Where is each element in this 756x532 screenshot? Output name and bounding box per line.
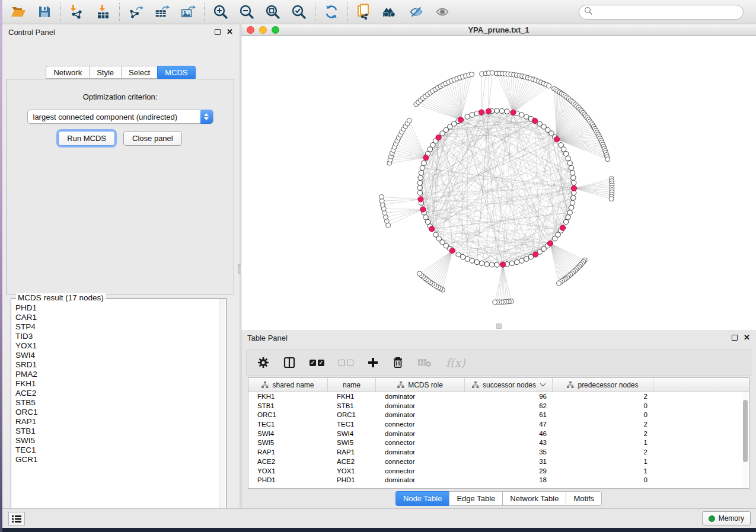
ring-node[interactable] [572, 180, 576, 185]
close-panel-button[interactable]: Close panel [123, 131, 182, 146]
ring-node[interactable] [514, 259, 519, 264]
table-cell[interactable]: connector [376, 467, 465, 476]
table-cell[interactable]: 2 [553, 392, 653, 402]
leaf-node[interactable] [470, 72, 474, 77]
leaf-node[interactable] [379, 194, 384, 199]
mcds-node[interactable] [533, 252, 538, 257]
result-node-item[interactable]: ORC1 [12, 408, 219, 417]
table-cell[interactable]: RAP1 [248, 448, 328, 457]
ring-node[interactable] [567, 161, 572, 165]
network-from-selection-icon[interactable] [356, 4, 372, 20]
save-session-icon[interactable] [37, 4, 52, 20]
ring-node[interactable] [489, 262, 494, 267]
table-cell[interactable]: PHD1 [248, 476, 328, 485]
column-header-shared-name[interactable]: shared name [248, 378, 328, 392]
table-cell[interactable]: YOX1 [328, 467, 376, 476]
result-node-item[interactable]: ACE2 [12, 389, 219, 398]
float-table-panel-icon[interactable] [732, 335, 738, 341]
table-scrollbar-thumb[interactable] [743, 400, 748, 462]
table-cell[interactable]: 62 [465, 402, 553, 411]
table-cell[interactable]: dominator [376, 476, 465, 485]
mcds-node[interactable] [511, 110, 516, 115]
column-header-name[interactable]: name [328, 378, 376, 392]
table-row[interactable]: TEC1TEC1connector472 [248, 420, 749, 430]
ring-node[interactable] [553, 236, 557, 241]
ring-node[interactable] [570, 170, 575, 175]
table-cell[interactable]: FKH1 [248, 392, 328, 402]
table-cell[interactable]: SWI4 [328, 430, 376, 439]
table-cell[interactable]: 2 [553, 420, 653, 430]
show-all-icon[interactable] [435, 4, 450, 20]
result-node-item[interactable]: STB5 [12, 398, 219, 408]
leaf-node[interactable] [493, 300, 497, 305]
mcds-node[interactable] [479, 110, 484, 115]
result-node-item[interactable]: GCR1 [12, 455, 219, 464]
result-node-item[interactable]: YOX1 [12, 341, 219, 351]
ring-node[interactable] [425, 219, 430, 224]
optimization-criterion-select[interactable]: largest connected component (undirected) [27, 110, 213, 124]
import-table-icon[interactable] [95, 4, 111, 20]
mcds-node[interactable] [429, 226, 435, 232]
result-node-item[interactable]: PHD1 [12, 303, 219, 313]
ring-node[interactable] [569, 165, 573, 170]
open-file-icon[interactable] [11, 4, 26, 20]
ring-node[interactable] [566, 156, 570, 161]
show-columns-icon[interactable] [283, 355, 295, 370]
table-settings-gear-icon[interactable] [257, 355, 269, 370]
result-node-item[interactable]: FKH1 [12, 379, 219, 389]
result-node-item[interactable]: PMA2 [12, 370, 219, 379]
ring-node[interactable] [524, 114, 529, 119]
mcds-node[interactable] [532, 118, 537, 123]
ring-node[interactable] [419, 170, 423, 175]
ring-node[interactable] [505, 109, 509, 114]
refresh-icon[interactable] [324, 4, 339, 20]
table-cell[interactable]: SWI4 [248, 430, 328, 439]
table-cell[interactable]: TEC1 [328, 420, 376, 430]
ring-node[interactable] [509, 261, 514, 265]
mcds-node[interactable] [436, 134, 441, 140]
table-scrollbar[interactable] [742, 393, 748, 488]
run-mcds-button[interactable]: Run MCDS [58, 131, 115, 146]
leaf-node[interactable] [609, 197, 614, 201]
table-cell[interactable]: 35 [465, 448, 553, 457]
ring-node[interactable] [422, 161, 426, 165]
export-network-icon[interactable] [128, 4, 143, 20]
tab-network-table[interactable]: Network Table [502, 491, 566, 506]
result-node-item[interactable]: TID3 [12, 332, 219, 341]
tab-motifs[interactable]: Motifs [566, 491, 602, 506]
table-cell[interactable]: PHD1 [328, 476, 376, 485]
mcds-node[interactable] [500, 262, 505, 267]
ring-node[interactable] [474, 259, 479, 264]
table-row[interactable]: PHD1PHD1dominator180 [248, 476, 749, 485]
column-header-MCDS-role[interactable]: MCDS role [376, 378, 465, 392]
table-cell[interactable]: SWI5 [328, 438, 376, 448]
table-cell[interactable]: 1 [553, 457, 653, 467]
table-cell[interactable]: 61 [465, 411, 553, 420]
table-row[interactable]: ORC1ORC1dominator610 [248, 411, 749, 420]
table-cell[interactable]: STB1 [248, 402, 328, 411]
ring-node[interactable] [465, 114, 470, 119]
search-input[interactable] [579, 5, 744, 20]
table-cell[interactable]: ORC1 [328, 411, 376, 420]
table-cell[interactable]: 0 [553, 476, 653, 485]
table-cell[interactable]: 46 [465, 430, 553, 439]
table-row[interactable]: YOX1YOX1connector291 [248, 467, 749, 476]
mcds-result-list[interactable]: PHD1CAR1STP4TID3YOX1SWI4SRD1PMA2FKH1ACE2… [12, 303, 219, 517]
ring-node[interactable] [567, 210, 572, 215]
table-row[interactable]: ACE2ACE2connector311 [248, 457, 749, 467]
select-all-icon[interactable]: ✓✓ [310, 355, 324, 370]
mcds-node[interactable] [423, 155, 429, 161]
import-network-icon[interactable] [69, 4, 85, 20]
ring-node[interactable] [563, 219, 568, 224]
ring-node[interactable] [495, 108, 499, 113]
table-cell[interactable]: STB1 [328, 402, 376, 411]
table-cell[interactable]: 0 [553, 411, 653, 420]
ring-node[interactable] [465, 257, 470, 261]
result-node-item[interactable]: TEC1 [12, 446, 219, 455]
ring-node[interactable] [570, 200, 575, 205]
network-canvas[interactable] [241, 36, 756, 330]
export-table-icon[interactable] [154, 4, 170, 20]
result-node-item[interactable]: STP4 [12, 322, 219, 332]
float-panel-icon[interactable] [215, 29, 221, 35]
result-node-item[interactable]: CAR1 [12, 313, 219, 322]
